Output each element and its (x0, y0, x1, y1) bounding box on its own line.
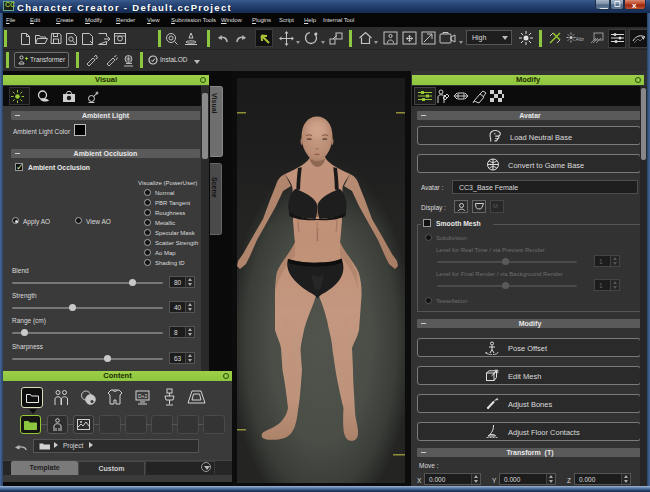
svg-text:D+2: D+2 (138, 393, 148, 399)
svg-text:Abr: Abr (576, 36, 585, 42)
